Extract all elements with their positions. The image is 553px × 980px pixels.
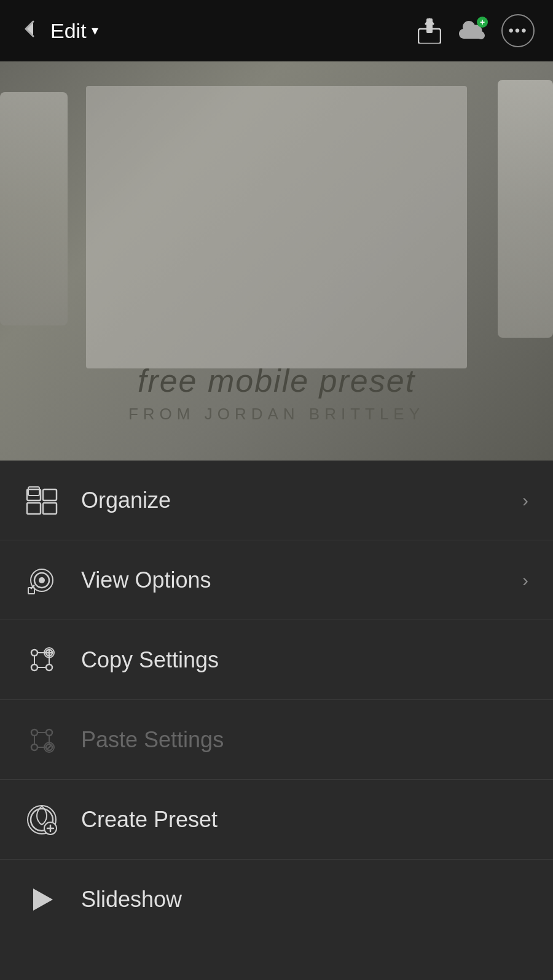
more-options-button[interactable]: ••• xyxy=(501,14,535,47)
bottom-area xyxy=(0,933,553,980)
top-bar: Edit ▾ ••• xyxy=(0,0,553,61)
photo-overlay-card xyxy=(86,86,467,368)
photo-preview: free mobile preset FROM JORDAN BRITTLEY xyxy=(0,61,553,461)
menu-item-slideshow-left: Slideshow xyxy=(25,882,182,917)
menu-item-copy-settings[interactable]: Copy Settings xyxy=(0,620,553,700)
organize-icon xyxy=(25,483,59,518)
svg-point-24 xyxy=(46,729,52,736)
more-dots-icon: ••• xyxy=(508,22,527,39)
edit-label: Edit xyxy=(50,19,87,43)
photo-text-area: free mobile preset FROM JORDAN BRITTLEY xyxy=(0,362,553,424)
menu-item-copy-settings-left: Copy Settings xyxy=(25,643,219,677)
menu-item-paste-settings-left: Paste Settings xyxy=(25,723,224,757)
menu-item-create-preset[interactable]: Create Preset xyxy=(0,780,553,860)
menu-item-organize[interactable]: Organize › xyxy=(0,461,553,540)
photo-decor-right xyxy=(498,80,553,338)
photo-subtitle: FROM JORDAN BRITTLEY xyxy=(0,405,553,424)
paste-settings-icon xyxy=(25,723,59,757)
menu-item-create-preset-left: Create Preset xyxy=(25,803,218,837)
slideshow-label: Slideshow xyxy=(81,887,182,912)
svg-rect-4 xyxy=(43,489,57,500)
top-bar-right: ••• xyxy=(418,14,535,47)
slideshow-icon xyxy=(25,882,59,917)
photo-title: free mobile preset xyxy=(0,362,553,400)
svg-rect-5 xyxy=(43,503,57,514)
create-preset-icon xyxy=(25,803,59,837)
menu-item-view-options-left: View Options xyxy=(25,563,211,597)
view-options-icon xyxy=(25,563,59,597)
menu-item-paste-settings: Paste Settings xyxy=(0,700,553,780)
cloud-sync-button[interactable] xyxy=(457,19,485,42)
menu-item-organize-left: Organize xyxy=(25,483,171,518)
view-options-label: View Options xyxy=(81,567,211,593)
photo-decor-left xyxy=(0,92,68,325)
view-options-arrow-icon: › xyxy=(522,570,528,591)
top-bar-left: Edit ▾ xyxy=(18,18,98,44)
edit-menu-button[interactable]: Edit ▾ xyxy=(50,19,98,43)
svg-rect-6 xyxy=(28,487,39,496)
paste-settings-label: Paste Settings xyxy=(81,727,224,753)
svg-point-25 xyxy=(31,744,37,750)
menu-item-slideshow[interactable]: Slideshow xyxy=(0,860,553,939)
svg-rect-3 xyxy=(27,503,41,514)
svg-point-12 xyxy=(31,650,37,656)
edit-caret-icon: ▾ xyxy=(92,23,98,39)
svg-point-8 xyxy=(39,577,45,583)
svg-point-23 xyxy=(31,729,37,736)
menu-item-view-options[interactable]: View Options › xyxy=(0,540,553,620)
menu-area: Organize › View Options › xyxy=(0,461,553,980)
copy-settings-icon xyxy=(25,643,59,677)
organize-label: Organize xyxy=(81,488,171,513)
share-button[interactable] xyxy=(418,18,441,44)
create-preset-label: Create Preset xyxy=(81,807,218,833)
organize-arrow-icon: › xyxy=(522,490,528,511)
copy-settings-label: Copy Settings xyxy=(81,647,219,673)
back-button[interactable] xyxy=(18,18,41,44)
svg-point-14 xyxy=(31,664,37,671)
svg-marker-37 xyxy=(33,889,53,911)
svg-point-15 xyxy=(46,664,52,671)
cloud-sync-indicator xyxy=(477,17,488,28)
